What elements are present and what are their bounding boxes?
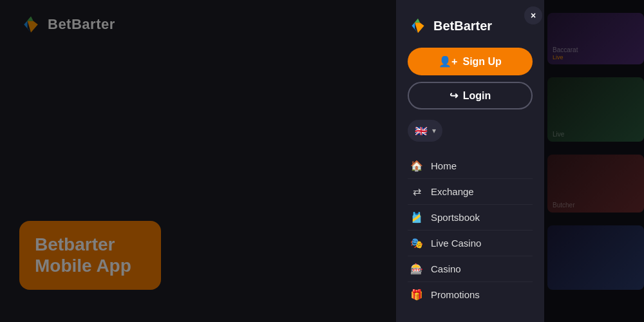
sportsbook-label: Sportsbook xyxy=(431,212,480,223)
login-button[interactable]: ↪ Login xyxy=(408,82,533,109)
login-icon: ↪ xyxy=(450,90,458,102)
promotions-icon: 🎁 xyxy=(410,289,423,301)
home-label: Home xyxy=(431,160,457,171)
home-icon: 🏠 xyxy=(410,160,423,172)
signup-button[interactable]: 👤+ Sign Up xyxy=(408,48,533,75)
live-casino-label: Live Casino xyxy=(431,238,481,249)
modal-logo-icon xyxy=(408,15,428,36)
modal-logo-text: BetBarter xyxy=(433,19,492,33)
promotions-label: Promotions xyxy=(431,289,480,300)
live-casino-icon: 🎭 xyxy=(410,237,423,249)
modal-overlay[interactable] xyxy=(0,0,644,322)
nav-item-casino[interactable]: 🎰Casino xyxy=(408,256,533,282)
login-label: Login xyxy=(463,90,491,102)
language-flag: 🇬🇧 xyxy=(414,124,428,138)
nav-item-exchange[interactable]: ⇄Exchange xyxy=(408,179,533,205)
nav-item-live-casino[interactable]: 🎭Live Casino xyxy=(408,231,533,256)
language-selector[interactable]: 🇬🇧 ▾ xyxy=(408,120,442,142)
nav-item-home[interactable]: 🏠Home xyxy=(408,153,533,179)
nav-item-promotions[interactable]: 🎁Promotions xyxy=(408,282,533,307)
exchange-label: Exchange xyxy=(431,186,474,197)
exchange-icon: ⇄ xyxy=(410,185,423,198)
chevron-down-icon: ▾ xyxy=(432,126,436,135)
casino-icon: 🎰 xyxy=(410,263,423,275)
modal-logo: BetBarter xyxy=(408,15,533,36)
nav-item-sportsbook[interactable]: 🎽Sportsbook xyxy=(408,205,533,231)
casino-label: Casino xyxy=(431,263,461,274)
signup-label: Sign Up xyxy=(462,56,501,68)
signup-icon: 👤+ xyxy=(439,55,457,68)
sportsbook-icon: 🎽 xyxy=(410,211,423,223)
navigation-menu: 🏠Home⇄Exchange🎽Sportsbook🎭Live Casino🎰Ca… xyxy=(408,153,533,307)
close-button[interactable]: × xyxy=(524,6,542,24)
modal-panel: BetBarter 👤+ Sign Up ↪ Login 🇬🇧 ▾ 🏠Home⇄… xyxy=(396,0,544,322)
